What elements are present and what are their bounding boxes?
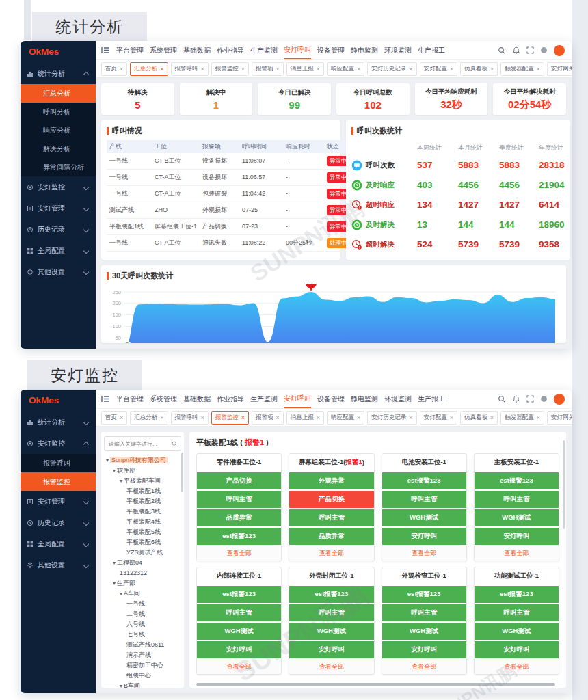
tab-安灯配置[interactable]: 安灯配置× xyxy=(420,411,457,425)
andon-call-button[interactable]: WGH测试 xyxy=(382,508,466,526)
sidebar-section-5[interactable]: 其他设置 xyxy=(21,261,96,282)
horizontal-scrollbar[interactable] xyxy=(196,683,555,686)
tab-安灯历史记录[interactable]: 安灯历史记录× xyxy=(367,62,416,76)
close-icon[interactable]: × xyxy=(317,414,320,421)
theme-icon[interactable] xyxy=(540,46,548,54)
sidebar-section-4[interactable]: 全局配置 xyxy=(21,240,96,261)
tree-node-平板装配车间[interactable]: ▾平板装配车间 xyxy=(104,476,181,486)
sidebar-section-5[interactable]: 其他设置 xyxy=(21,554,96,576)
andon-call-button[interactable]: 呼叫主管 xyxy=(289,508,373,526)
tab-安灯配置[interactable]: 安灯配置× xyxy=(420,62,457,76)
andon-call-button[interactable]: WGH测试 xyxy=(382,621,466,640)
andon-call-button[interactable]: est报警123 xyxy=(475,471,559,489)
user-avatar[interactable] xyxy=(554,394,565,405)
view-all-link[interactable]: 查看全部 xyxy=(475,658,559,674)
andon-call-button[interactable]: WGH测试 xyxy=(197,621,281,640)
view-all-link[interactable]: 查看全部 xyxy=(382,545,466,561)
tree-node-七号线[interactable]: 七号线 xyxy=(104,630,181,640)
tab-安灯网关[interactable]: 安灯网关× xyxy=(547,62,572,76)
tab-响应配置[interactable]: 响应配置× xyxy=(327,62,364,76)
tree-node-测试产线0611[interactable]: 测试产线0611 xyxy=(104,640,181,650)
sidebar-item-解决分析[interactable]: 解决分析 xyxy=(21,139,96,158)
nav-item-基础数据[interactable]: 基础数据 xyxy=(183,390,211,407)
tree-node-平板装配4线[interactable]: 平板装配4线 xyxy=(104,517,181,527)
tab-触发器配置[interactable]: 触发器配置× xyxy=(500,411,544,425)
andon-call-button[interactable]: 安灯呼叫 xyxy=(475,640,559,658)
tab-汇总分析[interactable]: 汇总分析× xyxy=(130,411,168,425)
nav-item-生产监测[interactable]: 生产监测 xyxy=(250,390,278,407)
andon-call-button[interactable]: est报警123 xyxy=(382,471,466,489)
tree-node-平板装配1线[interactable]: 平板装配1线 xyxy=(104,486,181,496)
board-scrollbar[interactable] xyxy=(563,440,565,529)
nav-item-作业指导[interactable]: 作业指导 xyxy=(217,42,244,59)
andon-call-button[interactable]: 呼叫主管 xyxy=(197,603,281,621)
andon-call-button[interactable]: est报警123 xyxy=(382,584,466,603)
view-all-link[interactable]: 查看全部 xyxy=(197,658,281,674)
tree-search-input[interactable] xyxy=(107,440,172,448)
tab-触发器配置[interactable]: 触发器配置× xyxy=(500,62,544,76)
tree-node-精密加工中心[interactable]: 精密加工中心 xyxy=(104,660,181,671)
tab-报警呼叫[interactable]: 报警呼叫× xyxy=(171,411,209,425)
tree-node-演示产线[interactable]: 演示产线 xyxy=(104,650,181,660)
tab-响应配置[interactable]: 响应配置× xyxy=(327,411,364,425)
tree-scrollbar[interactable] xyxy=(181,453,183,492)
close-icon[interactable]: × xyxy=(120,66,123,72)
collapse-icon[interactable] xyxy=(101,46,110,54)
andon-call-button[interactable]: 呼叫主管 xyxy=(475,489,559,508)
andon-call-button[interactable]: 安灯呼叫 xyxy=(475,526,559,545)
tree-node-Sunpn科技有限公司[interactable]: ▾Sunpn科技有限公司 xyxy=(104,455,181,466)
close-icon[interactable]: × xyxy=(490,66,494,72)
search-icon[interactable] xyxy=(498,46,506,55)
nav-item-系统管理[interactable]: 系统管理 xyxy=(150,42,177,59)
tab-首页[interactable]: 首页× xyxy=(101,62,127,76)
tree-node-B车间[interactable]: ▾B车间 xyxy=(104,681,181,688)
view-all-link[interactable]: 查看全部 xyxy=(475,545,559,561)
close-icon[interactable]: × xyxy=(490,414,494,421)
tab-报警项[interactable]: 报警项× xyxy=(252,62,284,76)
close-icon[interactable]: × xyxy=(241,66,245,72)
close-icon[interactable]: × xyxy=(537,66,540,72)
andon-call-button[interactable]: est报警123 xyxy=(197,526,281,545)
theme-icon[interactable] xyxy=(540,395,548,403)
tab-报警项[interactable]: 报警项× xyxy=(252,411,284,425)
nav-item-静电监测[interactable]: 静电监测 xyxy=(351,390,378,407)
nav-item-生产报工[interactable]: 生产报工 xyxy=(418,42,445,59)
close-icon[interactable]: × xyxy=(357,414,360,421)
bell-icon[interactable] xyxy=(512,395,520,403)
alarm-active-button[interactable]: 产品切换 xyxy=(289,489,373,508)
tab-消息上报[interactable]: 消息上报× xyxy=(286,62,324,76)
tree-node-工程部04[interactable]: ▾工程部04 xyxy=(104,558,181,568)
andon-call-button[interactable]: WGH测试 xyxy=(475,508,559,526)
andon-call-button[interactable]: est报警123 xyxy=(289,584,373,603)
close-icon[interactable]: × xyxy=(201,414,204,421)
andon-call-button[interactable]: WGH测试 xyxy=(289,621,373,640)
tab-仿真看板[interactable]: 仿真看板× xyxy=(460,62,498,76)
nav-item-设备管理[interactable]: 设备管理 xyxy=(317,390,345,407)
sidebar-section-1[interactable]: 安灯监控 xyxy=(21,176,96,198)
sidebar-section-3[interactable]: 历史记录 xyxy=(21,512,96,533)
tab-安灯历史记录[interactable]: 安灯历史记录× xyxy=(367,411,416,425)
fullscreen-icon[interactable] xyxy=(526,46,534,54)
tree-node-平板装配2线[interactable]: 平板装配2线 xyxy=(104,496,181,507)
andon-call-button[interactable]: 呼叫主管 xyxy=(382,603,466,621)
andon-call-button[interactable]: 安灯呼叫 xyxy=(382,640,466,658)
sidebar-item-报警呼叫[interactable]: 报警呼叫 xyxy=(21,454,96,472)
andon-call-button[interactable]: 安灯呼叫 xyxy=(382,526,466,545)
tree-node-YZS测试产线[interactable]: YZS测试产线 xyxy=(104,548,181,558)
sidebar-item-响应分析[interactable]: 响应分析 xyxy=(21,121,96,139)
tree-node-平板装配5线[interactable]: 平板装配5线 xyxy=(104,527,181,537)
sidebar-section-1[interactable]: 安灯监控 xyxy=(21,433,96,454)
andon-call-button[interactable]: est报警123 xyxy=(475,584,559,603)
tab-报警监控[interactable]: 报警监控× xyxy=(211,62,249,76)
close-icon[interactable]: × xyxy=(276,66,280,72)
user-avatar[interactable] xyxy=(554,45,565,56)
close-icon[interactable]: × xyxy=(317,66,320,72)
tab-报警呼叫[interactable]: 报警呼叫× xyxy=(171,62,209,76)
andon-call-button[interactable]: 安灯呼叫 xyxy=(197,640,281,658)
tree-node-二号线[interactable]: 二号线 xyxy=(104,609,181,619)
nav-item-平台管理[interactable]: 平台管理 xyxy=(116,42,144,59)
close-icon[interactable]: × xyxy=(450,414,453,421)
tree-node-平板装配6线[interactable]: 平板装配6线 xyxy=(104,537,181,548)
view-all-link[interactable]: 查看全部 xyxy=(289,658,373,674)
tree-node-六号线[interactable]: 六号线 xyxy=(104,619,181,630)
